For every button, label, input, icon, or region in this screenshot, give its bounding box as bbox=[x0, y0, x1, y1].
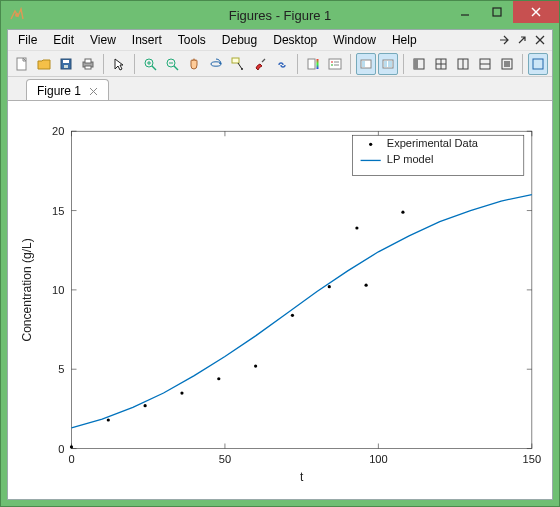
x-axis-label: t bbox=[300, 470, 304, 484]
x-tick-label: 100 bbox=[369, 453, 387, 465]
y-tick-label: 20 bbox=[52, 125, 64, 137]
menu-insert[interactable]: Insert bbox=[126, 31, 168, 49]
tab-figure-1[interactable]: Figure 1 bbox=[26, 79, 109, 100]
data-point bbox=[254, 365, 257, 368]
toolbar bbox=[8, 51, 552, 78]
brush-icon bbox=[253, 57, 267, 71]
show-plot-tools-button[interactable] bbox=[378, 53, 398, 75]
insert-colorbar-button[interactable] bbox=[303, 53, 323, 75]
menu-help[interactable]: Help bbox=[386, 31, 423, 49]
toolbar-separator bbox=[297, 54, 298, 74]
tile-h-button[interactable] bbox=[453, 53, 473, 75]
svg-rect-25 bbox=[308, 59, 315, 69]
save-figure-button[interactable] bbox=[56, 53, 76, 75]
open-folder-icon bbox=[37, 57, 51, 71]
data-point bbox=[180, 391, 183, 394]
tile-grid-button[interactable] bbox=[497, 53, 517, 75]
axes[interactable]: 05010015005101520tConcentration (g/L)Exp… bbox=[8, 101, 552, 499]
data-cursor-button[interactable] bbox=[228, 53, 248, 75]
maximize-figure-button[interactable] bbox=[528, 53, 548, 75]
tab-label: Figure 1 bbox=[37, 84, 81, 98]
rotate-3d-button[interactable] bbox=[206, 53, 226, 75]
colorbar-icon bbox=[306, 57, 320, 71]
hide-plot-tools-icon bbox=[359, 57, 373, 71]
save-icon bbox=[59, 57, 73, 71]
svg-rect-36 bbox=[388, 61, 392, 67]
toolbar-separator bbox=[103, 54, 104, 74]
menu-window[interactable]: Window bbox=[327, 31, 382, 49]
axes-box bbox=[71, 131, 531, 448]
legend-marker-icon bbox=[369, 143, 372, 146]
data-point bbox=[70, 445, 73, 448]
menu-view[interactable]: View bbox=[84, 31, 122, 49]
pan-button[interactable] bbox=[184, 53, 204, 75]
close-icon bbox=[530, 6, 542, 18]
y-axis-label: Concentration (g/L) bbox=[20, 238, 34, 341]
edit-plot-button[interactable] bbox=[109, 53, 129, 75]
undock-button[interactable] bbox=[514, 32, 530, 48]
x-tick-label: 0 bbox=[68, 453, 74, 465]
toolbar-separator bbox=[403, 54, 404, 74]
menu-file[interactable]: File bbox=[12, 31, 43, 49]
dock-close-button[interactable] bbox=[532, 32, 548, 48]
menu-desktop[interactable]: Desktop bbox=[267, 31, 323, 49]
y-tick-label: 5 bbox=[58, 363, 64, 375]
tab-close-button[interactable] bbox=[87, 85, 100, 98]
minimize-button[interactable] bbox=[449, 1, 481, 23]
svg-rect-48 bbox=[533, 59, 543, 69]
svg-line-19 bbox=[174, 66, 178, 70]
y-tick-label: 0 bbox=[58, 443, 64, 455]
link-plots-icon bbox=[275, 57, 289, 71]
data-point bbox=[291, 314, 294, 317]
x-tick-label: 50 bbox=[219, 453, 231, 465]
x-tick-label: 150 bbox=[523, 453, 541, 465]
svg-rect-9 bbox=[63, 60, 69, 63]
print-button[interactable] bbox=[78, 53, 98, 75]
maximize-button[interactable] bbox=[481, 1, 513, 23]
svg-point-0 bbox=[15, 13, 19, 17]
tile-icon bbox=[434, 57, 448, 71]
hide-plot-tools-button[interactable] bbox=[356, 53, 376, 75]
data-point bbox=[328, 285, 331, 288]
float-button[interactable] bbox=[409, 53, 429, 75]
maximize-icon bbox=[492, 7, 502, 17]
maximize-figure-icon bbox=[531, 57, 545, 71]
data-cursor-icon bbox=[231, 57, 245, 71]
svg-point-23 bbox=[241, 68, 243, 70]
zoom-out-icon bbox=[165, 57, 179, 71]
window-controls bbox=[449, 1, 559, 23]
brush-button[interactable] bbox=[250, 53, 270, 75]
series-line-lp-model bbox=[71, 195, 531, 428]
svg-rect-27 bbox=[329, 59, 341, 69]
svg-rect-35 bbox=[384, 61, 387, 67]
menu-debug[interactable]: Debug bbox=[216, 31, 263, 49]
menu-tools[interactable]: Tools bbox=[172, 31, 212, 49]
dock-minimize-button[interactable] bbox=[496, 32, 512, 48]
tile-button[interactable] bbox=[431, 53, 451, 75]
data-point bbox=[401, 211, 404, 214]
arrow-cursor-icon bbox=[112, 57, 126, 71]
link-plots-button[interactable] bbox=[272, 53, 292, 75]
svg-rect-13 bbox=[85, 66, 91, 69]
data-point bbox=[217, 377, 220, 380]
insert-legend-button[interactable] bbox=[325, 53, 345, 75]
zoom-out-button[interactable] bbox=[162, 53, 182, 75]
undock-arrow-icon bbox=[516, 34, 528, 46]
close-button[interactable] bbox=[513, 1, 559, 23]
tile-v-icon bbox=[478, 57, 492, 71]
legend-entry-label: LP model bbox=[387, 154, 434, 166]
tile-h-icon bbox=[456, 57, 470, 71]
open-figure-button[interactable] bbox=[34, 53, 54, 75]
menu-edit[interactable]: Edit bbox=[47, 31, 80, 49]
dock-arrow-icon bbox=[498, 34, 510, 46]
tile-v-button[interactable] bbox=[475, 53, 495, 75]
x-icon bbox=[89, 87, 98, 96]
tile-grid-icon bbox=[500, 57, 514, 71]
y-tick-label: 10 bbox=[52, 284, 64, 296]
figure-tabstrip: Figure 1 bbox=[8, 77, 552, 100]
svg-rect-26 bbox=[317, 59, 319, 69]
legend-entry-label: Experimental Data bbox=[387, 137, 479, 149]
new-figure-button[interactable] bbox=[12, 53, 32, 75]
zoom-in-button[interactable] bbox=[140, 53, 160, 75]
data-point bbox=[365, 284, 368, 287]
